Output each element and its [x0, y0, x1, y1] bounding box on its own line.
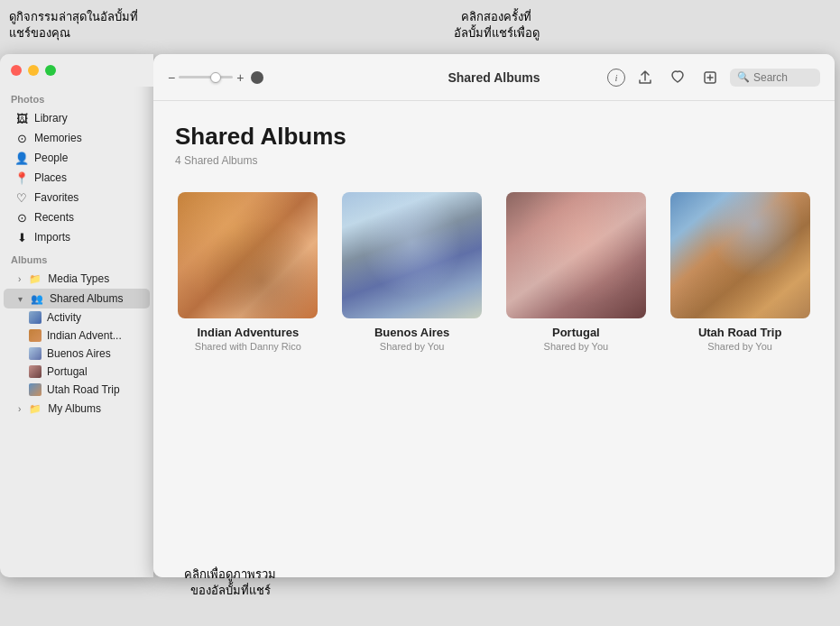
sidebar-item-label: Media Types: [48, 272, 109, 285]
toolbar-actions: i 🔍: [607, 65, 820, 90]
my-albums-icon: 📁: [28, 401, 42, 416]
sidebar-item-label: People: [34, 152, 68, 164]
sidebar-item-indian-adventures[interactable]: Indian Advent...: [4, 327, 150, 345]
toolbar-title: Shared Albums: [448, 70, 540, 85]
memories-icon: ⊙: [14, 131, 29, 145]
album-shared-by: Shared with Danny Rico: [195, 341, 301, 352]
album-shared-by: Shared by You: [380, 341, 445, 352]
page-title: Shared Albums: [175, 123, 813, 151]
sidebar-item-recents[interactable]: ⊙ Recents: [4, 207, 150, 227]
chevron-down-icon: ▾: [18, 294, 23, 304]
library-icon: 🖼: [14, 111, 29, 125]
indian-adventures-thumb: [29, 329, 42, 342]
sidebar-item-portugal[interactable]: Portugal: [4, 363, 150, 381]
sidebar-item-activity[interactable]: Activity: [4, 308, 150, 327]
callout-top-left: ดูกิจกรรมล่าสุดในอัลบั้มที่ แชร์ของคุณ: [9, 9, 144, 41]
sidebar-item-utah-road-trip[interactable]: Utah Road Trip: [4, 381, 150, 399]
callout-bottom: คลิกเพื่อดูภาพรวม ของอัลบั้มที่แชร์: [158, 566, 302, 599]
recents-icon: ⊙: [14, 210, 29, 225]
zoom-slider-track[interactable]: [179, 76, 233, 78]
zoom-slider-thumb[interactable]: [210, 72, 221, 83]
sidebar-item-buenos-aires[interactable]: Buenos Aires: [4, 345, 150, 363]
main-content: Shared Albums 4 Shared Albums Indian Adv…: [153, 101, 835, 577]
sidebar-item-media-types[interactable]: › 📁 Media Types: [4, 269, 150, 289]
sidebar-item-label: Portugal: [47, 365, 88, 378]
sidebar-item-favorites[interactable]: ♡ Favorites: [4, 188, 150, 207]
album-name: Portugal: [552, 326, 600, 339]
search-box[interactable]: 🔍: [730, 69, 820, 87]
sidebar-item-label: Indian Advent...: [47, 329, 122, 342]
maximize-button[interactable]: [45, 65, 56, 76]
sidebar-item-label: Utah Road Trip: [47, 383, 120, 396]
album-thumbnail-buenos: [342, 192, 482, 318]
sidebar-section-photos: Photos: [0, 87, 153, 108]
sidebar-item-label: Library: [34, 112, 68, 124]
media-types-icon: 📁: [28, 272, 42, 286]
album-item-indian-adventures[interactable]: Indian Adventures Shared with Danny Rico: [175, 192, 321, 352]
sidebar-item-label: Memories: [34, 132, 82, 144]
people-icon: 👤: [14, 151, 29, 165]
album-thumbnail-indian: [178, 192, 318, 318]
chevron-right-icon-2: ›: [18, 404, 21, 414]
share-icon: [638, 70, 652, 85]
plus-square-icon: [703, 70, 717, 85]
sidebar: Photos 🖼 Library ⊙ Memories 👤 People 📍 P…: [0, 54, 153, 577]
view-mode-dot[interactable]: [251, 71, 263, 84]
info-button[interactable]: i: [607, 69, 625, 87]
sidebar-item-imports[interactable]: ⬇ Imports: [4, 227, 150, 247]
album-shared-by: Shared by You: [707, 341, 772, 352]
album-item-utah-road-trip[interactable]: Utah Road Trip Shared by You: [667, 192, 813, 352]
imports-icon: ⬇: [14, 230, 29, 244]
search-icon: 🔍: [737, 71, 750, 83]
add-button[interactable]: [697, 65, 723, 90]
album-name: Indian Adventures: [197, 326, 299, 339]
favorite-button[interactable]: [665, 65, 690, 90]
sidebar-item-label: Buenos Aires: [47, 347, 111, 360]
sidebar-item-label: Shared Albums: [50, 292, 123, 305]
sidebar-item-memories[interactable]: ⊙ Memories: [4, 128, 150, 148]
places-icon: 📍: [14, 170, 29, 185]
album-item-buenos-aires[interactable]: Buenos Aires Shared by You: [339, 192, 485, 352]
album-name: Buenos Aires: [374, 326, 449, 339]
albums-grid: Indian Adventures Shared with Danny Rico…: [175, 192, 813, 352]
buenos-aires-thumb: [29, 347, 42, 360]
search-input[interactable]: [753, 71, 812, 84]
sidebar-section-albums: Albums: [0, 247, 153, 269]
sidebar-item-label: Activity: [47, 311, 81, 324]
zoom-out-button[interactable]: −: [168, 70, 175, 85]
sidebar-item-library[interactable]: 🖼 Library: [4, 108, 150, 128]
minimize-button[interactable]: [28, 65, 39, 76]
page-subtitle: 4 Shared Albums: [175, 154, 813, 167]
sidebar-item-shared-albums[interactable]: ▾ 👥 Shared Albums: [4, 289, 150, 308]
sidebar-item-people[interactable]: 👤 People: [4, 148, 150, 168]
zoom-in-button[interactable]: +: [236, 70, 244, 85]
share-button[interactable]: [632, 65, 658, 90]
album-shared-by: Shared by You: [544, 341, 609, 352]
album-thumbnail-utah: [670, 192, 810, 318]
sidebar-item-label: Recents: [34, 211, 74, 224]
shared-albums-icon: 👥: [30, 291, 44, 306]
sidebar-item-places[interactable]: 📍 Places: [4, 168, 150, 188]
callout-top-right: คลิกสองครั้งที่ อัลบั้มที่แชร์เพื่อดู: [415, 9, 577, 41]
favorites-icon: ♡: [14, 190, 29, 205]
main-window: − + Shared Albums i: [153, 54, 835, 577]
traffic-lights: [0, 54, 153, 87]
album-name: Utah Road Trip: [698, 326, 781, 339]
activity-thumb: [29, 311, 42, 324]
sidebar-item-my-albums[interactable]: › 📁 My Albums: [4, 399, 150, 419]
chevron-right-icon: ›: [18, 274, 21, 284]
sidebar-item-label: Places: [34, 171, 67, 184]
zoom-slider-container: − +: [168, 70, 263, 85]
heart-icon: [670, 70, 685, 85]
sidebar-item-label: Imports: [34, 231, 70, 244]
toolbar: − + Shared Albums i: [153, 54, 835, 101]
sidebar-item-label: My Albums: [48, 402, 101, 415]
sidebar-item-label: Favorites: [34, 191, 78, 204]
close-button[interactable]: [11, 65, 22, 76]
album-thumbnail-portugal: [506, 192, 646, 318]
portugal-thumb: [29, 365, 42, 378]
utah-road-trip-thumb: [29, 383, 42, 396]
album-item-portugal[interactable]: Portugal Shared by You: [503, 192, 650, 352]
